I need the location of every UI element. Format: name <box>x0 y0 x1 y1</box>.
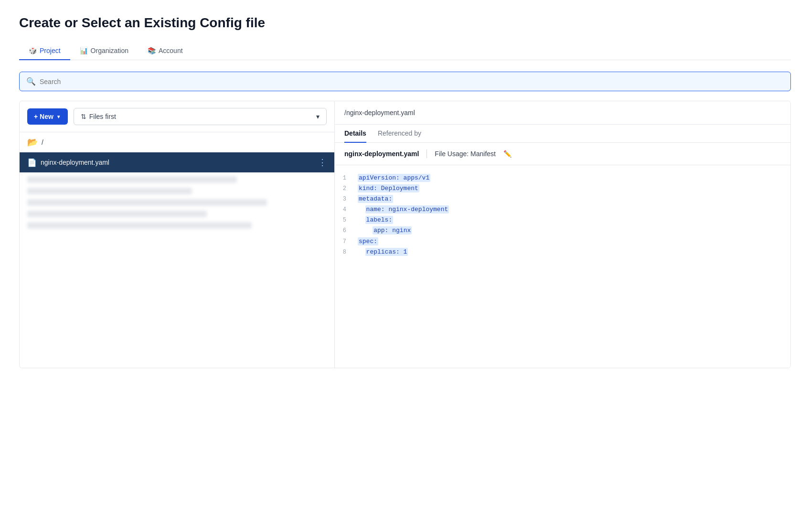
code-text: labels: <box>358 215 393 225</box>
new-button[interactable]: + New ▼ <box>27 108 68 125</box>
page-title: Create or Select an Existing Config file <box>19 15 791 31</box>
tab-account-label: Account <box>159 47 183 54</box>
blurred-item <box>27 222 252 229</box>
code-text: name: nginx-deployment <box>358 204 449 215</box>
file-row[interactable]: 📄 nginx-deployment.yaml ⋮ <box>20 152 334 172</box>
code-text: apiVersion: apps/v1 <box>358 173 430 183</box>
line-number: 5 <box>335 215 358 225</box>
code-text: replicas: 1 <box>358 247 408 257</box>
tab-project-label: Project <box>40 47 61 54</box>
blurred-item <box>27 188 192 194</box>
main-tabs: 🎲 Project 📊 Organization 📚 Account <box>19 42 791 60</box>
sort-label: Files first <box>89 113 116 120</box>
line-number: 2 <box>335 184 358 193</box>
project-icon: 🎲 <box>29 47 37 54</box>
code-line-7: 7 spec: <box>335 236 790 247</box>
line-number: 6 <box>335 226 358 235</box>
code-line-2: 2 kind: Deployment <box>335 183 790 194</box>
detail-path: /nginx-deployment.yaml <box>335 101 790 125</box>
folder-name: / <box>42 138 43 146</box>
code-text: metadata: <box>358 194 393 204</box>
file-usage-label: File Usage: Manifest <box>435 150 496 158</box>
code-text: spec: <box>358 236 378 247</box>
content-area: + New ▼ ⇅ Files first ▾ 📂 / 📄 nginx-depl… <box>19 101 791 368</box>
blurred-item <box>27 211 207 217</box>
detail-tab-details[interactable]: Details <box>344 125 366 143</box>
line-number: 7 <box>335 237 358 246</box>
chevron-down-icon: ▼ <box>56 114 61 119</box>
file-icon: 📄 <box>27 158 37 167</box>
blurred-file-list <box>20 172 334 233</box>
search-input[interactable] <box>40 78 784 85</box>
detail-panel: /nginx-deployment.yaml Details Reference… <box>335 101 790 368</box>
code-line-8: 8 replicas: 1 <box>335 247 790 257</box>
folder-icon: 📂 <box>27 137 38 148</box>
folder-row[interactable]: 📂 / <box>20 132 334 152</box>
code-text: app: nginx <box>358 225 412 236</box>
line-number: 4 <box>335 205 358 214</box>
tab-organization[interactable]: 📊 Organization <box>70 42 138 60</box>
file-panel-header: + New ▼ ⇅ Files first ▾ <box>20 101 334 132</box>
blurred-item <box>27 176 237 183</box>
tab-organization-label: Organization <box>91 47 128 54</box>
line-number: 3 <box>335 194 358 204</box>
organization-icon: 📊 <box>80 47 88 54</box>
detail-tab-referenced-by[interactable]: Referenced by <box>378 125 421 143</box>
file-panel: + New ▼ ⇅ Files first ▾ 📂 / 📄 nginx-depl… <box>20 101 335 368</box>
tab-account[interactable]: 📚 Account <box>138 42 192 60</box>
code-line-3: 3 metadata: <box>335 194 790 204</box>
code-line-6: 6 app: nginx <box>335 225 790 236</box>
search-icon: 🔍 <box>26 77 36 86</box>
code-line-4: 4 name: nginx-deployment <box>335 204 790 215</box>
edit-icon[interactable]: ✏️ <box>503 150 512 158</box>
sort-arrows-icon: ⇅ <box>81 113 86 120</box>
account-icon: 📚 <box>148 47 156 54</box>
line-number: 8 <box>335 247 358 257</box>
file-usage-filename: nginx-deployment.yaml <box>344 150 419 158</box>
detail-tabs: Details Referenced by <box>335 125 790 143</box>
file-name: nginx-deployment.yaml <box>41 159 314 166</box>
code-line-5: 5 labels: <box>335 215 790 225</box>
search-bar: 🔍 <box>19 72 791 91</box>
code-text: kind: Deployment <box>358 183 419 194</box>
code-line-1: 1 apiVersion: apps/v1 <box>335 173 790 183</box>
sort-dropdown[interactable]: ⇅ Files first ▾ <box>74 108 327 125</box>
tab-project[interactable]: 🎲 Project <box>19 42 70 60</box>
new-button-label: + New <box>34 113 53 120</box>
sort-chevron-icon: ▾ <box>316 113 320 120</box>
file-options-icon[interactable]: ⋮ <box>318 157 327 168</box>
vertical-divider <box>426 149 427 158</box>
blurred-item <box>27 199 267 206</box>
line-number: 1 <box>335 173 358 183</box>
code-block: 1 apiVersion: apps/v1 2 kind: Deployment… <box>335 165 790 265</box>
file-usage-row: nginx-deployment.yaml File Usage: Manife… <box>335 143 790 165</box>
